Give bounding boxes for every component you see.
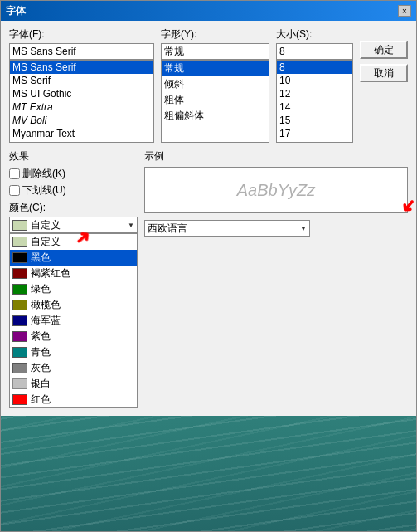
size-column: 大小(S): 8 10 12 14 15 17 18 <box>276 27 353 143</box>
color-swatch <box>12 237 27 247</box>
color-swatch <box>12 331 27 342</box>
close-button[interactable]: × <box>398 5 411 17</box>
color-item[interactable]: 红色 <box>10 392 137 408</box>
cancel-button[interactable]: 取消 <box>360 64 408 82</box>
underline-checkbox[interactable] <box>9 185 20 196</box>
color-swatch <box>12 300 27 310</box>
strikethrough-checkbox[interactable] <box>9 168 20 179</box>
color-item[interactable]: 紫色 <box>10 329 137 344</box>
color-item[interactable]: 褐紫红色 <box>10 266 137 281</box>
strikethrough-row: 删除线(K) <box>9 167 138 181</box>
color-swatch <box>12 315 27 326</box>
font-dialog: 字体 × 字体(F): MS Sans Serif MS Serif MS UI… <box>0 0 417 532</box>
list-item[interactable]: 14 <box>277 100 352 114</box>
list-item[interactable]: 粗偏斜体 <box>162 108 269 124</box>
script-value: 西欧语言 <box>148 222 187 236</box>
script-dropdown-arrow-icon: ▼ <box>300 225 307 232</box>
strikethrough-label[interactable]: 删除线(K) <box>22 167 65 181</box>
ok-button[interactable]: 确定 <box>360 41 408 59</box>
color-item[interactable]: 橄榄色 <box>10 297 137 313</box>
bottom-controls-row: 效果 删除线(K) 下划线(U) 颜色(C): <box>9 149 408 408</box>
color-listbox[interactable]: 自定义 黑色 褐紫红色 <box>9 233 138 408</box>
size-input[interactable] <box>276 43 353 60</box>
color-item-label: 青色 <box>31 345 51 359</box>
style-input[interactable] <box>161 43 269 60</box>
color-item[interactable]: 青色 <box>10 344 137 360</box>
color-dropdown-left: 自定义 <box>12 218 61 232</box>
preview-section: 示例 AaBbYyZz 西欧语言 ▼ ➜ <box>144 149 408 408</box>
list-item[interactable]: Nirmala UI <box>10 140 153 143</box>
color-item-label: 紫色 <box>31 329 51 344</box>
style-column: 字形(Y): 常规 倾斜 粗体 粗偏斜体 <box>161 27 269 143</box>
color-item-label: 黑色 <box>31 251 51 265</box>
effects-section: 效果 删除线(K) 下划线(U) 颜色(C): <box>9 149 138 408</box>
color-swatch <box>12 363 27 373</box>
color-dropdown[interactable]: 自定义 ▼ <box>9 217 138 233</box>
style-listbox[interactable]: 常规 倾斜 粗体 粗偏斜体 <box>161 60 269 143</box>
list-item[interactable]: 粗体 <box>162 92 269 108</box>
font-input[interactable] <box>9 43 154 60</box>
font-label: 字体(F): <box>9 27 154 41</box>
list-item[interactable]: MS UI Gothic <box>10 87 153 100</box>
list-item[interactable]: 8 <box>277 61 352 74</box>
list-item[interactable]: MT Extra <box>10 100 153 114</box>
color-swatch <box>12 347 27 358</box>
color-swatch-custom <box>12 220 27 231</box>
action-buttons: 确定 取消 <box>360 27 408 143</box>
color-item-label: 橄榄色 <box>31 298 61 312</box>
color-dropdown-arrow-icon: ▼ <box>128 222 134 229</box>
preview-label: 示例 <box>144 149 408 164</box>
color-item-label: 褐紫红色 <box>31 266 70 281</box>
color-item-label: 绿色 <box>31 282 51 296</box>
list-item[interactable]: MS Serif <box>10 74 153 87</box>
color-item[interactable]: 黑色 <box>10 250 137 266</box>
color-item[interactable]: 海军蓝 <box>10 313 137 329</box>
color-item-label: 灰色 <box>31 361 51 375</box>
list-item[interactable]: 12 <box>277 87 352 100</box>
list-item[interactable]: Myanmar Text <box>10 127 153 140</box>
color-swatch <box>12 394 27 405</box>
dialog-content: 字体(F): MS Sans Serif MS Serif MS UI Goth… <box>1 21 416 416</box>
size-listbox[interactable]: 8 10 12 14 15 17 18 <box>276 60 353 143</box>
underline-label[interactable]: 下划线(U) <box>22 183 66 198</box>
list-item[interactable]: 10 <box>277 74 352 87</box>
script-row: 西欧语言 ▼ ➜ <box>144 220 408 237</box>
color-item-label: 红色 <box>31 393 51 407</box>
color-section-label: 颜色(C): <box>9 201 138 215</box>
list-item[interactable]: 倾斜 <box>162 76 269 92</box>
color-item[interactable]: 银白 <box>10 376 137 392</box>
preview-box: AaBbYyZz <box>144 167 408 213</box>
underline-row: 下划线(U) <box>9 183 138 198</box>
list-item[interactable]: 15 <box>277 114 352 127</box>
script-dropdown[interactable]: 西欧语言 ▼ <box>144 220 310 237</box>
color-swatch <box>12 268 27 279</box>
title-bar: 字体 × <box>1 1 416 21</box>
color-swatch <box>12 378 27 389</box>
color-swatch <box>12 284 27 295</box>
preview-sample-text: AaBbYyZz <box>237 181 315 200</box>
list-item[interactable]: MS Sans Serif <box>10 61 153 74</box>
color-item[interactable]: 灰色 <box>10 360 137 376</box>
color-item[interactable]: 绿色 <box>10 281 137 297</box>
top-controls-row: 字体(F): MS Sans Serif MS Serif MS UI Goth… <box>9 27 408 143</box>
color-item[interactable]: 自定义 <box>10 234 137 250</box>
color-item-label: 银白 <box>31 377 51 391</box>
font-listbox[interactable]: MS Sans Serif MS Serif MS UI Gothic MT E… <box>9 60 154 143</box>
dialog-title: 字体 <box>6 4 26 18</box>
list-item[interactable]: 18 <box>277 140 352 143</box>
color-item-label: 海军蓝 <box>31 314 61 328</box>
list-item[interactable]: MV Boli <box>10 114 153 127</box>
list-item[interactable]: 常规 <box>162 61 269 76</box>
font-column: 字体(F): MS Sans Serif MS Serif MS UI Goth… <box>9 27 154 143</box>
color-item-label: 自定义 <box>31 235 61 249</box>
color-section: 颜色(C): 自定义 ▼ <box>9 201 138 408</box>
color-dropdown-label: 自定义 <box>31 218 61 232</box>
style-label: 字形(Y): <box>161 27 269 41</box>
list-item[interactable]: 17 <box>277 127 352 140</box>
color-swatch <box>12 252 27 263</box>
size-label: 大小(S): <box>276 27 353 41</box>
effects-title: 效果 <box>9 149 138 164</box>
